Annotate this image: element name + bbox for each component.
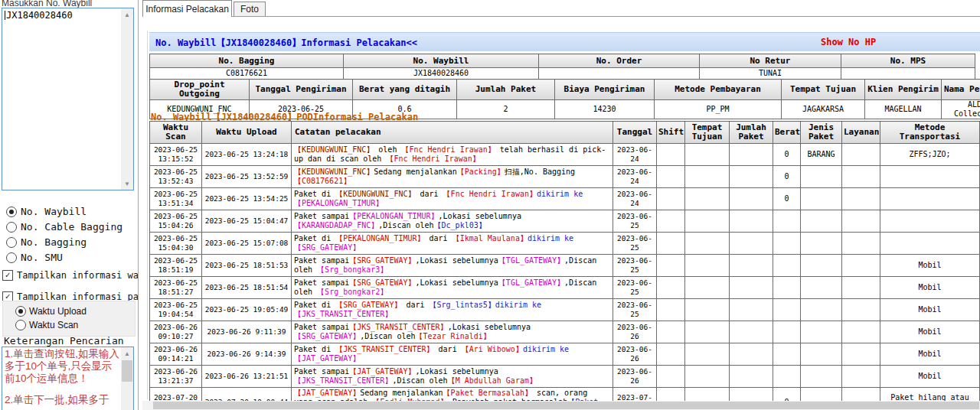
tracking-cell-upload: 2023-06-25 13:52:59	[202, 166, 292, 188]
shipment-detail-header-cell: Nama Pengirim	[942, 80, 980, 100]
tracking-cell-shift	[657, 277, 685, 299]
tracking-cell-tempat	[685, 233, 730, 255]
tracking-cell-scan: 2023-06-25 13:52:43	[150, 166, 202, 188]
tracking-cell-berat	[773, 277, 801, 299]
tracking-cell-shift	[657, 299, 685, 321]
tracking-cell-metode	[880, 188, 980, 210]
radio-button[interactable]	[6, 222, 17, 233]
note-segment: 【PEKALONGAN_TIMUR】	[349, 212, 438, 220]
tracking-cell-jenis	[801, 299, 842, 321]
search-type-option-label: No. Bagging	[21, 236, 87, 248]
tracking-cell-layanan	[842, 321, 880, 343]
tracking-row[interactable]: 2023-06-25 18:51:192023-06-25 18:51:53Pa…	[150, 255, 980, 277]
tracking-cell-shift	[657, 144, 685, 166]
search-type-option-label: No. Waybill	[21, 206, 87, 217]
tracking-cell-scan: 2023-06-26 09:14:21	[150, 343, 202, 366]
tracking-cell-scan: 2023-06-25 15:04:26	[150, 210, 202, 233]
horizontal-scrollbar[interactable]	[142, 401, 980, 410]
tracking-row[interactable]: 2023-06-25 18:51:272023-06-25 18:51:54Pa…	[150, 277, 980, 299]
note-segment: Paket sampai	[294, 323, 349, 331]
tracking-cell-upload: 2023-06-25 18:51:53	[202, 255, 292, 277]
tab-foto[interactable]: Foto	[234, 2, 266, 16]
time-mode-option-1[interactable]: Waktu Scan	[15, 318, 87, 332]
time-mode-panel: Waktu UploadWaktu Scan	[2, 301, 136, 337]
tracking-row[interactable]: 2023-06-25 19:04:542023-06-25 19:05:49Pa…	[150, 299, 980, 321]
keterangan-scrollbar[interactable]: ▲	[121, 347, 133, 410]
scrollbar-thumb[interactable]	[122, 360, 132, 382]
radio-button[interactable]	[6, 207, 17, 217]
scroll-up-icon[interactable]: ▲	[121, 8, 133, 21]
scroll-up-icon[interactable]: ▲	[121, 347, 133, 360]
note-segment: 【JKS_TRANSIT_CENTER】	[335, 345, 433, 353]
tracking-cell-tanggal: 2023-06-24	[613, 144, 657, 166]
waybill-summary-value-row[interactable]: C08176621JX1840028460TUNAI	[150, 68, 975, 80]
tracking-row[interactable]: 2023-06-25 15:04:262023-06-25 15:04:47Pa…	[150, 210, 980, 233]
tracking-header-cell: Layanan	[842, 122, 880, 144]
tracking-cell-note: Paket di 【PEKALONGAN_TIMUR】 dari 【Ikmal …	[292, 233, 613, 255]
tracking-cell-note: Paket sampai【JAT_GATEWAY】,Lokasi sebelum…	[292, 366, 613, 388]
tracking-cell-shift	[657, 366, 685, 388]
tracking-row[interactable]: 2023-06-25 13:15:522023-06-25 13:24:18【K…	[150, 144, 980, 166]
tracking-cell-jumlah	[730, 210, 773, 233]
waybill-scrollbar[interactable]: ▲ ▼	[121, 8, 133, 190]
note-segment: 【Ari Wibowo】	[462, 345, 523, 353]
time-mode-option-label: Waktu Upload	[29, 306, 87, 317]
note-segment: 【PEKALONGAN_TIMUR】	[294, 199, 383, 207]
note-segment: 【SRG_GATEWAY】	[335, 301, 401, 309]
tracking-cell-tanggal: 2023-06-25	[613, 210, 657, 233]
show-no-hp-link[interactable]: Show No HP	[821, 37, 876, 47]
note-segment: ,Lokasi sebelumnya	[415, 278, 498, 287]
keterangan-line-2: 2.单击下一批,如果多于	[5, 394, 120, 406]
tracking-cell-tempat	[685, 144, 730, 166]
waybill-textarea[interactable]: JX1840028460 ▲ ▼	[2, 8, 134, 190]
tracking-cell-shift	[657, 321, 685, 343]
tracking-row[interactable]: 2023-06-26 09:14:212023-06-26 9:14:39Pak…	[150, 343, 980, 366]
keterangan-box[interactable]: 1.单击查询按钮,如果输入多于10个单号,只会显示前10个运单信息！ 2.单击下…	[2, 347, 134, 410]
scrollbar-thumb[interactable]	[153, 402, 979, 409]
tracking-cell-jenis: BARANG	[801, 144, 842, 166]
display-option-0[interactable]: ✓Tampilkan informasi way	[2, 268, 138, 282]
tracking-app-window: Masukkan No. Waybill JX1840028460 ▲ ▼ No…	[0, 0, 980, 410]
note-segment: 【Paket Bermasalah】	[443, 389, 532, 397]
note-segment: 【C08176621】	[294, 177, 351, 185]
waybill-summary-value-cell	[539, 68, 700, 80]
waybill-header-bar: No. Waybill【JX1840028460】Informasi Pelac…	[149, 32, 980, 51]
tracking-row[interactable]: 2023-06-26 09:10:272023-06-26 9:11:39Pak…	[150, 321, 980, 343]
tracking-cell-tanggal: 2023-06-26	[613, 366, 657, 388]
radio-button[interactable]	[15, 320, 26, 330]
waybill-summary-header-cell: No. Order	[539, 54, 700, 68]
tracking-row[interactable]: 2023-06-25 13:51:342023-06-25 13:54:25Pa…	[150, 188, 980, 210]
scroll-down-icon[interactable]: ▼	[121, 177, 133, 190]
tracking-cell-metode: Mobil	[880, 255, 980, 277]
tracking-row[interactable]: 2023-06-26 13:21:372023-06-26 13:21:51Pa…	[150, 366, 980, 388]
tracking-cell-note: Paket di 【SRG_GATEWAY】 dari 【Srg_lintas5…	[292, 299, 613, 321]
checkbox[interactable]: ✓	[2, 270, 13, 281]
search-type-option-0[interactable]: No. Waybill	[6, 204, 122, 219]
note-segment: 【Tezar Rinaldi】	[415, 332, 490, 340]
search-type-option-3[interactable]: No. SMU	[6, 250, 122, 265]
tracking-cell-berat	[773, 343, 801, 366]
radio-button[interactable]	[15, 306, 26, 317]
note-segment: dikirim ke	[528, 234, 573, 242]
note-segment: 【SRG_GATEWAY】	[294, 332, 360, 340]
waybill-summary-value-cell	[841, 68, 975, 80]
tracking-row[interactable]: 2023-06-25 13:52:432023-06-25 13:52:59【K…	[150, 166, 980, 188]
tracking-row[interactable]: 2023-06-25 15:04:302023-06-25 15:07:08Pa…	[150, 233, 980, 255]
time-mode-option-0[interactable]: Waktu Upload	[15, 304, 87, 318]
tracking-cell-scan: 2023-06-26 09:10:27	[150, 321, 202, 343]
radio-button[interactable]	[6, 252, 17, 263]
tracking-cell-layanan	[842, 144, 880, 166]
search-type-option-2[interactable]: No. Bagging	[6, 235, 122, 249]
tracking-cell-scan: 2023-06-25 13:15:52	[150, 144, 202, 166]
tracking-cell-layanan	[842, 277, 880, 299]
tab-informasi-pelacakan[interactable]: Informasi Pelacakan	[142, 0, 232, 17]
tracking-header-cell: Jenis Paket	[801, 122, 842, 144]
shipment-detail-value-cell: 2	[457, 100, 555, 119]
search-type-option-1[interactable]: No. Cable Bagging	[6, 220, 122, 234]
tracking-cell-berat	[773, 255, 801, 277]
note-segment: 【Fnc Hendri Irawan】	[443, 190, 537, 198]
radio-button[interactable]	[6, 237, 17, 248]
tracking-cell-berat	[773, 233, 801, 255]
tracking-cell-jumlah	[730, 233, 773, 255]
tracking-cell-jenis	[801, 255, 842, 277]
